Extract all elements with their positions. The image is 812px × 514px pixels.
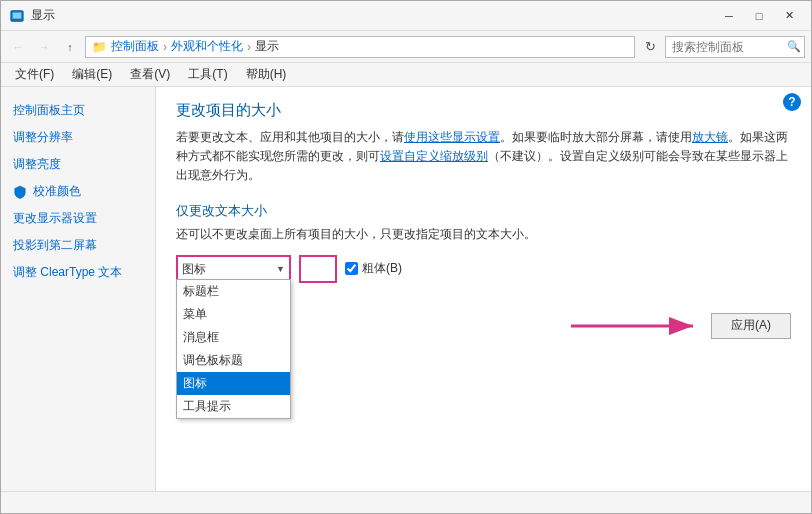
section1-title: 更改项目的大小 xyxy=(176,101,791,120)
menu-tools[interactable]: 工具(T) xyxy=(180,64,235,85)
help-icon[interactable]: ? xyxy=(783,93,801,111)
text-element-dropdown[interactable]: 标题栏 菜单 消息框 调色板标题 图标 工具提示 xyxy=(178,257,289,281)
main-window: 显示 ─ □ ✕ ← → ↑ 📁 控制面板 › 外观和个性化 › 显示 ↻ 🔍 … xyxy=(0,0,812,514)
sidebar: 控制面板主页 调整分辨率 调整亮度 校准颜色 更改显示器设置 投影到第二屏 xyxy=(1,87,156,491)
breadcrumb: 📁 控制面板 › 外观和个性化 › 显示 xyxy=(85,36,635,58)
title-bar: 显示 ─ □ ✕ xyxy=(1,1,811,31)
search-wrap: 🔍 xyxy=(665,36,805,58)
sidebar-item-home-label: 控制面板主页 xyxy=(13,102,85,119)
window-icon xyxy=(9,8,25,24)
menu-file[interactable]: 文件(F) xyxy=(7,64,62,85)
content-area: ? 更改项目的大小 若要更改文本、应用和其他项目的大小，请使用这些显示设置。如果… xyxy=(156,87,811,491)
svg-rect-3 xyxy=(18,19,22,20)
sidebar-item-brightness-label: 调整亮度 xyxy=(13,156,61,173)
svg-rect-2 xyxy=(13,19,17,20)
search-input[interactable] xyxy=(665,36,805,58)
section1-desc1: 若要更改文本、应用和其他项目的大小，请 xyxy=(176,130,404,144)
menu-edit[interactable]: 编辑(E) xyxy=(64,64,120,85)
section1-link2[interactable]: 放大镜 xyxy=(692,130,728,144)
search-icon: 🔍 xyxy=(787,40,801,53)
main-layout: 控制面板主页 调整分辨率 调整亮度 校准颜色 更改显示器设置 投影到第二屏 xyxy=(1,87,811,491)
apply-button[interactable]: 应用(A) xyxy=(711,313,791,339)
menu-bar: 文件(F) 编辑(E) 查看(V) 工具(T) 帮助(H) xyxy=(1,63,811,87)
dropdown-list: 标题栏 菜单 消息框 调色板标题 图标 工具提示 xyxy=(176,279,291,419)
minimize-button[interactable]: ─ xyxy=(715,5,743,27)
breadcrumb-sep1: › xyxy=(163,40,167,54)
bold-checkbox-label[interactable]: 粗体(B) xyxy=(345,260,402,277)
svg-rect-4 xyxy=(14,20,19,21)
section2: 仅更改文本大小 还可以不更改桌面上所有项目的大小，只更改指定项目的文本大小。 xyxy=(176,202,791,243)
controls-row: 标题栏 菜单 消息框 调色板标题 图标 工具提示 ▼ 标题栏 菜单 消 xyxy=(176,255,791,283)
sidebar-item-color[interactable]: 校准颜色 xyxy=(1,178,155,205)
svg-rect-1 xyxy=(13,12,22,18)
section1: 更改项目的大小 若要更改文本、应用和其他项目的大小，请使用这些显示设置。如果要临… xyxy=(176,101,791,186)
close-button[interactable]: ✕ xyxy=(775,5,803,27)
menu-view[interactable]: 查看(V) xyxy=(122,64,178,85)
section1-desc: 若要更改文本、应用和其他项目的大小，请使用这些显示设置。如果要临时放大部分屏幕，… xyxy=(176,128,791,186)
sidebar-item-project[interactable]: 投影到第二屏幕 xyxy=(1,232,155,259)
back-button[interactable]: ← xyxy=(7,36,29,58)
dropdown-list-item-icon[interactable]: 图标 xyxy=(177,372,290,395)
folder-icon: 📁 xyxy=(92,40,107,54)
status-bar xyxy=(1,491,811,513)
sidebar-item-project-label: 投影到第二屏幕 xyxy=(13,237,97,254)
window-controls: ─ □ ✕ xyxy=(715,5,803,27)
section2-title: 仅更改文本大小 xyxy=(176,202,791,220)
dropdown-list-item-menu[interactable]: 菜单 xyxy=(177,303,290,326)
dropdown-list-item-titlebar[interactable]: 标题栏 xyxy=(177,280,290,303)
sidebar-item-monitor-settings-label: 更改显示器设置 xyxy=(13,210,97,227)
sidebar-item-brightness[interactable]: 调整亮度 xyxy=(1,151,155,178)
breadcrumb-appearance[interactable]: 外观和个性化 xyxy=(171,38,243,55)
section1-desc2: 。如果要临时放大部分屏幕，请使用 xyxy=(500,130,692,144)
font-size-input[interactable]: 12 xyxy=(301,257,335,281)
section1-link3[interactable]: 设置自定义缩放级别 xyxy=(380,149,488,163)
dropdown-wrap: 标题栏 菜单 消息框 调色板标题 图标 工具提示 ▼ 标题栏 菜单 消 xyxy=(176,255,291,283)
sidebar-item-home[interactable]: 控制面板主页 xyxy=(1,97,155,124)
sidebar-item-cleartype-label: 调整 ClearType 文本 xyxy=(13,264,122,281)
dropdown-list-item-msgbox[interactable]: 消息框 xyxy=(177,326,290,349)
apply-arrow-icon xyxy=(571,314,701,338)
menu-help[interactable]: 帮助(H) xyxy=(238,64,295,85)
breadcrumb-sep2: › xyxy=(247,40,251,54)
maximize-button[interactable]: □ xyxy=(745,5,773,27)
sidebar-item-cleartype[interactable]: 调整 ClearType 文本 xyxy=(1,259,155,286)
sidebar-item-resolution-label: 调整分辨率 xyxy=(13,129,73,146)
window-title: 显示 xyxy=(31,7,715,24)
refresh-button[interactable]: ↻ xyxy=(639,36,661,58)
sidebar-item-color-label: 校准颜色 xyxy=(33,183,81,200)
dropdown-list-item-palette[interactable]: 调色板标题 xyxy=(177,349,290,372)
forward-button[interactable]: → xyxy=(33,36,55,58)
shield-icon xyxy=(13,185,27,199)
bold-checkbox-text: 粗体(B) xyxy=(362,260,402,277)
address-bar: ← → ↑ 📁 控制面板 › 外观和个性化 › 显示 ↻ 🔍 xyxy=(1,31,811,63)
section1-link1[interactable]: 使用这些显示设置 xyxy=(404,130,500,144)
sidebar-item-monitor-settings[interactable]: 更改显示器设置 xyxy=(1,205,155,232)
dropdown-list-item-tooltip[interactable]: 工具提示 xyxy=(177,395,290,418)
up-button[interactable]: ↑ xyxy=(59,36,81,58)
sidebar-item-resolution[interactable]: 调整分辨率 xyxy=(1,124,155,151)
breadcrumb-display: 显示 xyxy=(255,38,279,55)
bold-checkbox[interactable] xyxy=(345,262,358,275)
breadcrumb-controlpanel[interactable]: 控制面板 xyxy=(111,38,159,55)
section2-desc: 还可以不更改桌面上所有项目的大小，只更改指定项目的文本大小。 xyxy=(176,226,791,243)
